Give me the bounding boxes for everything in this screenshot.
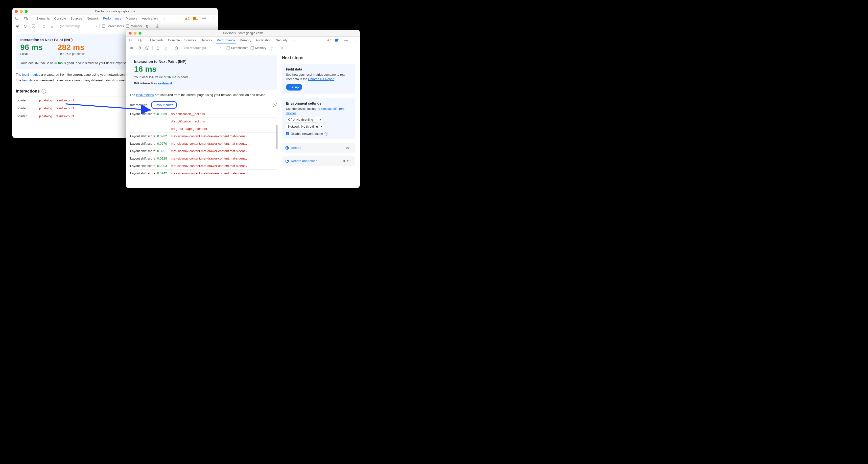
screenshots-checkbox[interactable]: Screenshots <box>102 25 124 28</box>
tab-memory[interactable]: Memory <box>239 37 252 43</box>
svg-point-6 <box>157 26 158 27</box>
list-item[interactable]: Layout shift score: 0.0000div.gf-full-pa… <box>130 125 277 132</box>
inp-description: Your local INP value of 16 ms is good. <box>134 75 273 80</box>
download-icon[interactable] <box>49 24 55 29</box>
device-toolbar-icon[interactable] <box>23 16 29 21</box>
list-item[interactable]: Layout shift score: 0.0000div.notificati… <box>130 118 277 125</box>
tab-sources[interactable]: Sources <box>70 15 83 22</box>
reload-icon[interactable] <box>136 45 142 51</box>
inspect-icon[interactable] <box>14 16 20 21</box>
close-icon[interactable] <box>15 10 18 13</box>
record-card[interactable]: Record ⌘ E <box>282 143 355 153</box>
traffic-lights[interactable] <box>15 10 28 13</box>
list-item[interactable]: Layout shift score: 0.0228mat-sidenav-co… <box>130 155 277 162</box>
more-tabs-icon[interactable]: » <box>291 38 297 43</box>
list-item[interactable]: Layout shift score: 0.0269div.notificati… <box>130 110 277 118</box>
messages-badge[interactable]: 1 <box>335 39 340 42</box>
more-tabs-icon[interactable]: » <box>161 16 167 21</box>
svg-point-10 <box>346 40 346 41</box>
reload-circle-icon <box>285 159 289 163</box>
maximize-icon[interactable] <box>138 32 142 35</box>
list-item[interactable]: Layout shift score: 0.0142mat-sidenav-co… <box>130 169 277 177</box>
tab-console[interactable]: Console <box>167 37 180 43</box>
clear-icon[interactable] <box>145 45 150 51</box>
device-toolbar-icon[interactable] <box>137 38 143 43</box>
memory-checkbox[interactable]: Memory <box>251 46 266 50</box>
warnings-badge[interactable]: 2 <box>185 17 190 20</box>
tab-sources[interactable]: Sources <box>184 37 197 43</box>
screenshots-checkbox[interactable]: Screenshots <box>226 46 248 50</box>
record-reload-card[interactable]: Record and reload ⌘ ⇧ E <box>282 156 355 166</box>
kebab-icon[interactable]: ⋮ <box>210 16 216 21</box>
settings-icon[interactable] <box>202 16 207 21</box>
tab-network[interactable]: Network <box>200 37 213 43</box>
list-item[interactable]: Layout shift score: 0.0251mat-sidenav-co… <box>130 147 277 155</box>
field-data-title: Field data <box>286 67 351 71</box>
panel-settings-icon[interactable] <box>155 24 160 29</box>
record-icon[interactable] <box>15 24 20 29</box>
panel-settings-icon[interactable] <box>279 45 285 51</box>
close-icon[interactable] <box>129 32 132 35</box>
crux-link[interactable]: Chrome UX Report <box>308 78 335 81</box>
tab-performance[interactable]: Performance <box>102 15 122 22</box>
inp-heading: Interaction to Next Paint (INP) <box>134 59 273 64</box>
list-item[interactable]: Layout shift score: 0.0270mat-sidenav-co… <box>130 140 277 147</box>
environment-text: Use the device toolbar to simulate diffe… <box>286 107 351 116</box>
inp-card: Interaction to Next Paint (INP) 16 ms Yo… <box>130 55 277 90</box>
field-data-link[interactable]: field data <box>22 79 35 82</box>
upload-icon[interactable] <box>155 45 160 51</box>
clear-list-icon[interactable] <box>273 103 277 107</box>
tab-security[interactable]: Security <box>275 37 288 43</box>
tab-network[interactable]: Network <box>86 15 99 22</box>
tab-interactions[interactable]: Interactions <box>130 102 148 108</box>
inp-interaction-link[interactable]: keyboard <box>158 81 172 85</box>
list-item[interactable]: Layout shift score: 0.0203mat-sidenav-co… <box>130 162 277 169</box>
minimize-icon[interactable] <box>20 10 23 13</box>
svg-point-5 <box>17 26 18 27</box>
help-icon[interactable]: ? <box>324 132 328 135</box>
recordings-dropdown[interactable]: (no recordings) ▾ <box>60 24 97 28</box>
svg-point-3 <box>204 18 205 19</box>
inspect-icon[interactable] <box>128 38 133 43</box>
next-steps-sidebar: Next steps Field data See how your local… <box>282 55 356 185</box>
clear-interactions-icon[interactable] <box>41 89 46 93</box>
gc-icon[interactable] <box>145 24 150 29</box>
home-icon[interactable] <box>174 45 179 51</box>
devtools-window-b: DevTools - fonts.google.com/ Elements Co… <box>126 30 360 188</box>
reload-icon[interactable] <box>23 24 28 29</box>
tab-application[interactable]: Application <box>255 37 272 43</box>
titlebar: DevTools - fonts.google.com/ <box>12 8 218 15</box>
tab-elements[interactable]: Elements <box>150 37 164 43</box>
minimize-icon[interactable] <box>133 32 136 35</box>
kebab-icon[interactable]: ⋮ <box>352 38 358 43</box>
download-icon[interactable] <box>163 45 168 51</box>
tab-layout-shifts[interactable]: Layout shifts <box>151 101 177 109</box>
tab-performance[interactable]: Performance <box>216 37 236 44</box>
tab-console[interactable]: Console <box>54 15 66 22</box>
memory-checkbox[interactable]: Memory <box>126 25 142 28</box>
scrollbar-thumb[interactable] <box>276 125 278 149</box>
traffic-lights[interactable] <box>129 32 142 35</box>
environment-title: Environment settings <box>286 101 351 105</box>
setup-button[interactable]: Set up <box>286 84 302 91</box>
network-throttling-select[interactable]: Network: No throttling <box>286 124 324 129</box>
field-data-text: See how your local metrics compare to re… <box>286 73 351 81</box>
settings-icon[interactable] <box>343 38 349 43</box>
tab-application[interactable]: Application <box>142 15 158 22</box>
titlebar: DevTools - fonts.google.com/ <box>126 30 360 37</box>
tab-elements[interactable]: Elements <box>36 15 50 22</box>
local-metrics-link[interactable]: local metrics <box>136 93 154 97</box>
recordings-dropdown[interactable]: (no recordings) ▾ <box>184 46 221 50</box>
local-metrics-link[interactable]: local metrics <box>22 73 40 76</box>
tab-memory[interactable]: Memory <box>125 15 138 22</box>
gc-icon[interactable] <box>269 45 274 51</box>
maximize-icon[interactable] <box>25 10 28 13</box>
record-icon[interactable] <box>129 45 134 51</box>
upload-icon[interactable] <box>41 24 47 29</box>
issues-badge[interactable]: 1 <box>193 17 198 20</box>
warnings-badge[interactable]: 1 <box>327 39 332 42</box>
clear-icon[interactable] <box>31 24 36 29</box>
cpu-throttling-select[interactable]: CPU: No throttling <box>286 117 323 122</box>
disable-cache-checkbox[interactable]: Disable network cache ? <box>286 132 351 135</box>
list-item[interactable]: Layout shift score: 0.0282mat-sidenav-co… <box>130 132 277 140</box>
